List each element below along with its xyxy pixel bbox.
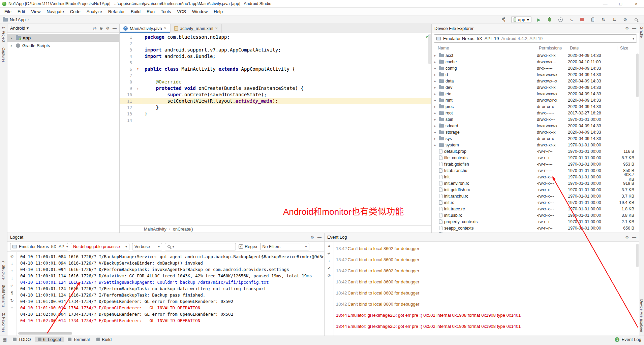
file-row[interactable]: ▸ fstab.goldfish -rw-r----- 1970-01-01 0… <box>432 161 639 167</box>
hide-panel-icon[interactable]: — <box>113 26 117 31</box>
expand-chevron-icon[interactable]: ▸ <box>434 54 437 57</box>
file-row[interactable]: ▸ sbin drwxr-x--- 1970-01-01 00:00 <box>432 116 639 123</box>
search-everywhere-icon[interactable] <box>633 16 639 23</box>
file-row[interactable]: ▸ proc dr-xr-xr-x 2020-04-09 14:33 <box>432 103 639 110</box>
tool-stripe-button[interactable]: Build Variants <box>2 285 6 307</box>
menu-item[interactable]: Refactor <box>105 8 128 15</box>
close-tab-icon[interactable]: × <box>215 26 218 31</box>
tab-mainactivity-java[interactable]: C MainActivity.java × <box>120 24 171 33</box>
code-area[interactable]: 1package com.bluelesson.no1app;23import … <box>120 33 431 225</box>
restart-icon[interactable]: ↻ <box>9 298 15 303</box>
tool-window-button[interactable]: Build <box>94 337 114 342</box>
breadcrumb-class[interactable]: MainActivity <box>144 227 166 232</box>
expand-chevron-icon[interactable]: ▸ <box>434 124 437 128</box>
maximize-button[interactable]: □ <box>613 0 628 7</box>
expand-chevron-icon[interactable]: ▸ <box>434 105 437 108</box>
expand-chevron-icon[interactable]: ▸ <box>434 137 437 140</box>
print-icon[interactable]: ¶ <box>9 290 15 296</box>
file-tree-scrollbar[interactable] <box>636 54 639 97</box>
file-row[interactable]: ▸ init.trace.rc -rwxr-x--- 1970-01-01 00… <box>432 206 639 212</box>
menu-item[interactable]: File <box>1 8 14 15</box>
file-row[interactable]: ▸ init.environ.rc -rwxr-x--- 1970-01-01 … <box>432 180 639 186</box>
run-button[interactable]: ▶ <box>535 16 542 23</box>
file-row[interactable]: ▸ mnt drwxrwxr-x 2020-04-09 14:33 <box>432 97 639 103</box>
inspections-status-icon[interactable]: ✔ <box>426 34 429 39</box>
attach-debugger-icon[interactable]: ↘ <box>568 16 575 23</box>
file-row[interactable]: ▸ cache drwxrwx--- 2020-04-10 11:00 <box>432 59 639 65</box>
menu-item[interactable]: Tools <box>158 8 174 15</box>
build-hammer-icon[interactable] <box>500 16 507 23</box>
menu-item[interactable]: Edit <box>14 8 28 15</box>
tool-stripe-button[interactable]: Device File Explorer <box>640 299 644 332</box>
menu-item[interactable]: Run <box>144 8 158 15</box>
expand-chevron-icon[interactable]: ▸ <box>434 60 437 64</box>
file-row[interactable]: ▸ file_contexts -rw-r--r-- 1970-01-01 00… <box>432 154 639 161</box>
logcat-search-input[interactable]: ▾ <box>165 243 236 250</box>
menu-item[interactable]: VCS <box>174 8 189 15</box>
tool-window-button[interactable]: TODO <box>10 337 33 342</box>
menu-item[interactable]: View <box>28 8 43 15</box>
menu-item[interactable]: Help <box>211 8 226 15</box>
expand-chevron-icon[interactable]: ▸ <box>434 73 437 76</box>
expand-chevron-icon[interactable]: ▸ <box>434 111 437 115</box>
menu-item[interactable]: Code <box>67 8 84 15</box>
close-tab-icon[interactable]: × <box>164 26 166 31</box>
file-row[interactable]: ▸ root drwx------ 2017-02-27 16:28 <box>432 110 639 116</box>
run-configuration-select[interactable]: app ▾ <box>511 16 531 23</box>
file-row[interactable]: ▸ dev drwxr-xr-x 2020-04-09 14:33 <box>432 84 639 91</box>
file-row[interactable]: ▸ fstab.ranchu -rw-r----- 1970-01-01 00:… <box>432 167 639 174</box>
logcat-hscrollbar[interactable] <box>18 332 72 335</box>
locate-file-icon[interactable]: ◎ <box>93 26 96 31</box>
gear-icon[interactable]: ⚙ <box>106 26 110 31</box>
expand-chevron-icon[interactable]: ▸ <box>434 79 437 83</box>
up-stack-trace-icon[interactable]: ↑ <box>9 268 15 273</box>
menu-item[interactable]: Navigate <box>43 8 67 15</box>
file-row[interactable]: ▸ init -rwxr-x--- 1970-01-01 00:00 403.7… <box>432 174 639 180</box>
hide-panel-icon[interactable]: — <box>317 235 321 240</box>
tool-window-button[interactable]: 6: Logcat <box>35 337 64 342</box>
menu-item[interactable]: Analyze <box>84 8 105 15</box>
file-row[interactable]: ▸ acct drwxr-xr-x 2020-04-09 14:33 <box>432 52 639 59</box>
tool-stripe-button[interactable]: 2: Favorites <box>2 313 6 332</box>
project-tree-item-gradle-scripts[interactable]: ▸ Gradle Scripts <box>7 42 119 49</box>
logcat-device-select[interactable]: Emulator Nexus_5X_AP ▾ <box>10 243 68 250</box>
expand-chevron-icon[interactable]: ▸ <box>11 44 14 47</box>
notifications-icon[interactable]: ● <box>327 243 332 248</box>
sync-gradle-icon[interactable]: ↻ <box>600 16 607 23</box>
mark-all-read-icon[interactable]: ✔ <box>327 266 332 271</box>
file-row[interactable]: ▸ init.goldfish.rc -rwxr-x--- 1970-01-01… <box>432 186 639 193</box>
tool-window-button[interactable]: Terminal <box>65 337 92 342</box>
expand-chevron-icon[interactable]: ▸ <box>434 131 437 134</box>
logcat-process-select[interactable]: No debuggable processe ▾ <box>71 243 129 250</box>
debug-button[interactable] <box>546 16 553 23</box>
expand-chevron-icon[interactable]: ▸ <box>434 92 437 96</box>
breadcrumb-method[interactable]: onCreate() <box>173 227 193 232</box>
stop-button[interactable] <box>579 16 585 23</box>
event-log-button[interactable]: 1 Event Log <box>615 337 641 342</box>
logcat-filter-select[interactable]: No Filters ▾ <box>260 243 309 250</box>
expand-chevron-icon[interactable]: ▸ <box>434 118 437 121</box>
file-row[interactable]: ▸ sdcard lrwxrwxrwx 2020-04-09 14:33 <box>432 123 639 129</box>
minimize-button[interactable]: — <box>597 0 613 7</box>
file-row[interactable]: ▸ sepolicy -rw-r--r-- 1970-01-01 00:00 7… <box>432 231 639 233</box>
file-row[interactable]: ▸ init.usb.rc -rwxr-x--- 1970-01-01 00:0… <box>432 212 639 218</box>
expand-chevron-icon[interactable]: ▸ <box>11 36 14 40</box>
tool-window-switcher-icon[interactable]: ▦ <box>3 337 7 342</box>
clear-all-icon[interactable]: ⊘ <box>327 273 332 278</box>
logcat-output[interactable]: 04-10 11:00:01.084 1616-1726/? I/BackupM… <box>17 252 324 336</box>
file-row[interactable]: ▸ storage drwxr-x--x 2020-04-09 14:33 <box>432 129 639 135</box>
event-log-output[interactable]: 18:42Can't bind to local 8602 for debugg… <box>334 242 639 336</box>
tool-stripe-button[interactable]: 7: Structure <box>2 261 6 280</box>
menu-item[interactable]: Build <box>128 8 144 15</box>
settings-gear-icon[interactable]: ⚙ <box>622 16 628 23</box>
file-row[interactable]: ▸ etc lrwxrwxrwx 2020-04-09 14:33 <box>432 91 639 97</box>
file-row[interactable]: ▸ default.prop -rw-r--r-- 1970-01-01 00:… <box>432 148 639 154</box>
logcat-level-select[interactable]: Verbose ▾ <box>132 243 162 250</box>
profile-button[interactable] <box>557 16 564 23</box>
clear-logcat-icon[interactable]: ⊘ <box>9 253 15 258</box>
soft-wrap-icon[interactable]: ↵ <box>327 251 332 256</box>
avd-manager-icon[interactable] <box>589 16 596 23</box>
file-row[interactable]: ▸ init.ranchu.rc -rwxr-x--- 1970-01-01 0… <box>432 193 639 199</box>
file-row[interactable]: ▸ config dr-x------ 2020-04-09 14:33 <box>432 65 639 71</box>
device-select[interactable]: Emulator Nexus_5X_API_19 Android 4.4.2, … <box>434 34 637 43</box>
